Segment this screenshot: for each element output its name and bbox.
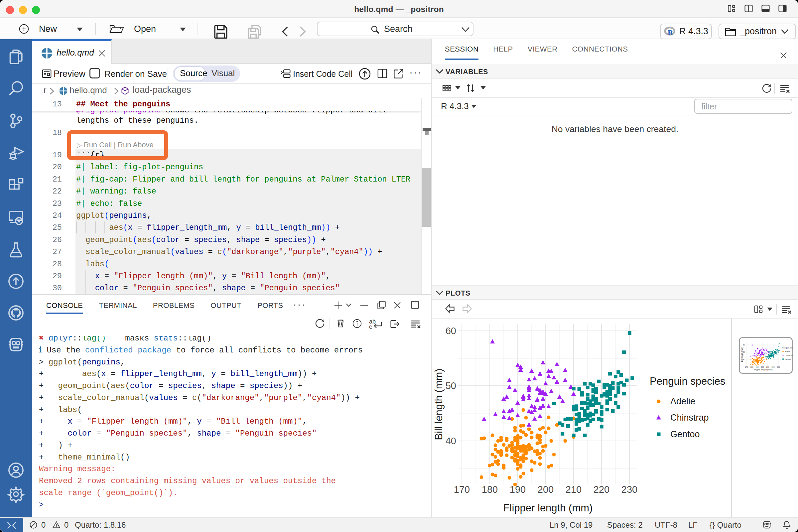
- svg-text:230: 230: [777, 366, 780, 368]
- svg-text:Gentoo: Gentoo: [670, 429, 700, 439]
- svg-text:Gentoo: Gentoo: [785, 358, 791, 360]
- svg-text:Penguin species: Penguin species: [650, 375, 725, 387]
- svg-text:60: 60: [743, 344, 745, 346]
- svg-text:230: 230: [622, 484, 638, 495]
- svg-text:R: R: [668, 28, 673, 37]
- svg-text:Chinstrap: Chinstrap: [670, 413, 709, 423]
- svg-text:60: 60: [445, 325, 456, 336]
- svg-text:170: 170: [745, 366, 748, 368]
- svg-text:Flipper length (mm): Flipper length (mm): [754, 368, 773, 371]
- svg-text:40: 40: [743, 358, 745, 360]
- svg-text:c: c: [369, 324, 372, 329]
- svg-text:220: 220: [772, 366, 774, 368]
- svg-text:Flipper length (mm): Flipper length (mm): [504, 502, 593, 514]
- svg-text:Penguin species: Penguin species: [782, 347, 793, 349]
- svg-text:220: 220: [593, 484, 609, 495]
- svg-text:190: 190: [510, 484, 526, 495]
- svg-text:170: 170: [454, 484, 470, 495]
- svg-text:200: 200: [761, 366, 764, 368]
- svg-text:200: 200: [538, 484, 554, 495]
- svg-text:210: 210: [766, 366, 769, 368]
- svg-text:Bill length (mm): Bill length (mm): [433, 368, 444, 440]
- svg-text:Bill length (mm): Bill length (mm): [741, 347, 743, 362]
- svg-text:180: 180: [482, 484, 498, 495]
- svg-text:Chinstrap: Chinstrap: [785, 355, 793, 357]
- svg-text:40: 40: [445, 436, 456, 446]
- svg-text:Adelie: Adelie: [670, 396, 695, 406]
- svg-text:50: 50: [445, 380, 456, 391]
- svg-text:180: 180: [750, 366, 753, 368]
- svg-text:Adelie: Adelie: [785, 350, 790, 353]
- svg-text:210: 210: [566, 484, 582, 495]
- svg-text:50: 50: [743, 351, 745, 353]
- svg-text:190: 190: [756, 366, 758, 368]
